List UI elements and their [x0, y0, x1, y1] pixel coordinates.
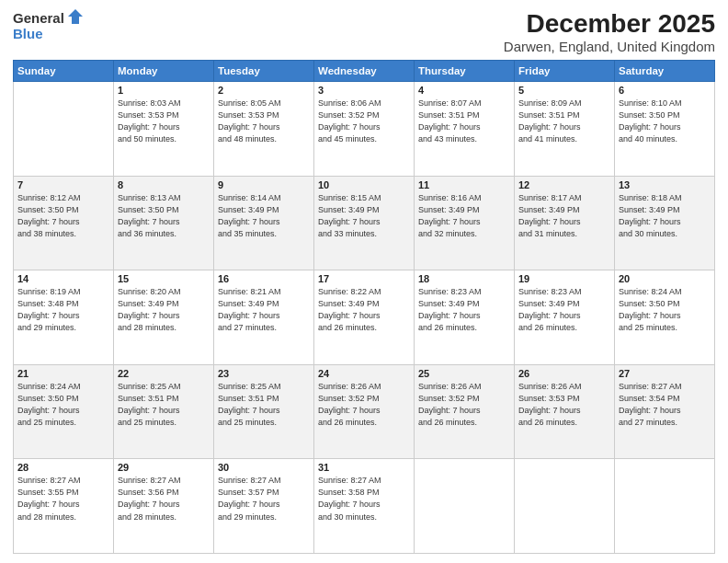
calendar-header-saturday: Saturday	[615, 61, 715, 82]
day-info: Sunrise: 8:06 AM Sunset: 3:52 PM Dayligh…	[318, 98, 410, 145]
calendar-cell: 8Sunrise: 8:13 AM Sunset: 3:50 PM Daylig…	[114, 176, 214, 270]
day-info: Sunrise: 8:20 AM Sunset: 3:49 PM Dayligh…	[118, 286, 210, 334]
day-number: 4	[418, 85, 510, 96]
day-info: Sunrise: 8:25 AM Sunset: 3:51 PM Dayligh…	[118, 381, 210, 429]
day-number: 11	[418, 179, 510, 190]
day-number: 13	[619, 179, 711, 190]
day-number: 27	[619, 368, 711, 379]
calendar-cell: 31Sunrise: 8:27 AM Sunset: 3:58 PM Dayli…	[314, 459, 415, 554]
calendar-cell: 7Sunrise: 8:12 AM Sunset: 3:50 PM Daylig…	[14, 176, 114, 270]
day-number: 24	[318, 368, 410, 379]
calendar-row-3: 21Sunrise: 8:24 AM Sunset: 3:50 PM Dayli…	[14, 364, 715, 459]
day-info: Sunrise: 8:24 AM Sunset: 3:50 PM Dayligh…	[17, 381, 109, 429]
calendar-cell: 30Sunrise: 8:27 AM Sunset: 3:57 PM Dayli…	[214, 459, 314, 554]
day-number: 23	[218, 368, 310, 379]
calendar-cell: 27Sunrise: 8:27 AM Sunset: 3:54 PM Dayli…	[615, 364, 715, 459]
day-number: 31	[318, 462, 410, 473]
day-info: Sunrise: 8:19 AM Sunset: 3:48 PM Dayligh…	[17, 286, 109, 334]
day-info: Sunrise: 8:10 AM Sunset: 3:50 PM Dayligh…	[619, 98, 711, 145]
calendar-cell: 26Sunrise: 8:26 AM Sunset: 3:53 PM Dayli…	[515, 364, 615, 459]
calendar-cell: 19Sunrise: 8:23 AM Sunset: 3:49 PM Dayli…	[515, 270, 615, 365]
calendar-cell	[615, 459, 715, 554]
day-number: 1	[118, 85, 210, 96]
day-number: 15	[118, 273, 210, 284]
calendar-cell: 11Sunrise: 8:16 AM Sunset: 3:49 PM Dayli…	[415, 176, 515, 270]
page: General Blue December 2025 Darwen, Engla…	[0, 0, 728, 563]
day-number: 3	[318, 85, 410, 96]
day-info: Sunrise: 8:12 AM Sunset: 3:50 PM Dayligh…	[17, 192, 109, 240]
calendar-cell: 15Sunrise: 8:20 AM Sunset: 3:49 PM Dayli…	[114, 270, 214, 365]
calendar-cell	[415, 459, 515, 554]
day-info: Sunrise: 8:25 AM Sunset: 3:51 PM Dayligh…	[218, 381, 310, 429]
calendar-cell: 18Sunrise: 8:23 AM Sunset: 3:49 PM Dayli…	[415, 270, 515, 365]
calendar-row-1: 7Sunrise: 8:12 AM Sunset: 3:50 PM Daylig…	[14, 176, 715, 270]
day-info: Sunrise: 8:24 AM Sunset: 3:50 PM Dayligh…	[619, 286, 711, 334]
day-number: 22	[118, 368, 210, 379]
day-info: Sunrise: 8:26 AM Sunset: 3:53 PM Dayligh…	[518, 381, 610, 429]
day-info: Sunrise: 8:16 AM Sunset: 3:49 PM Dayligh…	[418, 192, 510, 240]
calendar-cell: 1Sunrise: 8:03 AM Sunset: 3:53 PM Daylig…	[114, 82, 214, 177]
calendar-cell: 17Sunrise: 8:22 AM Sunset: 3:49 PM Dayli…	[314, 270, 415, 365]
logo-icon	[66, 7, 85, 26]
calendar-cell: 23Sunrise: 8:25 AM Sunset: 3:51 PM Dayli…	[214, 364, 314, 459]
day-info: Sunrise: 8:15 AM Sunset: 3:49 PM Dayligh…	[318, 192, 410, 240]
calendar-cell: 24Sunrise: 8:26 AM Sunset: 3:52 PM Dayli…	[314, 364, 415, 459]
calendar-cell: 16Sunrise: 8:21 AM Sunset: 3:49 PM Dayli…	[214, 270, 314, 365]
day-number: 17	[318, 273, 410, 284]
day-number: 30	[218, 462, 310, 473]
calendar-header-friday: Friday	[515, 61, 615, 82]
calendar-cell: 3Sunrise: 8:06 AM Sunset: 3:52 PM Daylig…	[314, 82, 415, 177]
day-info: Sunrise: 8:05 AM Sunset: 3:53 PM Dayligh…	[218, 98, 310, 145]
calendar-cell: 4Sunrise: 8:07 AM Sunset: 3:51 PM Daylig…	[415, 82, 515, 177]
day-info: Sunrise: 8:26 AM Sunset: 3:52 PM Dayligh…	[318, 381, 410, 429]
calendar-cell: 25Sunrise: 8:26 AM Sunset: 3:52 PM Dayli…	[415, 364, 515, 459]
calendar-cell: 28Sunrise: 8:27 AM Sunset: 3:55 PM Dayli…	[14, 459, 114, 554]
calendar-header-sunday: Sunday	[14, 61, 114, 82]
day-info: Sunrise: 8:09 AM Sunset: 3:51 PM Dayligh…	[518, 98, 610, 145]
day-info: Sunrise: 8:23 AM Sunset: 3:49 PM Dayligh…	[418, 286, 510, 334]
calendar-cell: 20Sunrise: 8:24 AM Sunset: 3:50 PM Dayli…	[615, 270, 715, 365]
calendar-row-2: 14Sunrise: 8:19 AM Sunset: 3:48 PM Dayli…	[14, 270, 715, 365]
logo-general-text: General	[13, 10, 64, 26]
svg-marker-0	[68, 9, 83, 24]
day-number: 12	[518, 179, 610, 190]
calendar-header-thursday: Thursday	[415, 61, 515, 82]
day-number: 18	[418, 273, 510, 284]
day-info: Sunrise: 8:17 AM Sunset: 3:49 PM Dayligh…	[518, 192, 610, 240]
day-number: 2	[218, 85, 310, 96]
day-number: 10	[318, 179, 410, 190]
day-number: 19	[518, 273, 610, 284]
calendar-cell: 12Sunrise: 8:17 AM Sunset: 3:49 PM Dayli…	[515, 176, 615, 270]
day-info: Sunrise: 8:22 AM Sunset: 3:49 PM Dayligh…	[318, 286, 410, 334]
day-info: Sunrise: 8:27 AM Sunset: 3:57 PM Dayligh…	[218, 475, 310, 523]
day-number: 7	[17, 179, 109, 190]
day-info: Sunrise: 8:27 AM Sunset: 3:55 PM Dayligh…	[17, 475, 109, 523]
day-number: 16	[218, 273, 310, 284]
day-number: 9	[218, 179, 310, 190]
day-number: 25	[418, 368, 510, 379]
calendar-cell: 2Sunrise: 8:05 AM Sunset: 3:53 PM Daylig…	[214, 82, 314, 177]
calendar-header-row: SundayMondayTuesdayWednesdayThursdayFrid…	[14, 61, 715, 82]
calendar-cell	[515, 459, 615, 554]
calendar-cell: 29Sunrise: 8:27 AM Sunset: 3:56 PM Dayli…	[114, 459, 214, 554]
calendar-header-tuesday: Tuesday	[214, 61, 314, 82]
day-info: Sunrise: 8:07 AM Sunset: 3:51 PM Dayligh…	[418, 98, 510, 145]
main-title: December 2025	[504, 9, 715, 39]
day-number: 5	[518, 85, 610, 96]
calendar-cell: 5Sunrise: 8:09 AM Sunset: 3:51 PM Daylig…	[515, 82, 615, 177]
day-number: 8	[118, 179, 210, 190]
day-info: Sunrise: 8:27 AM Sunset: 3:56 PM Dayligh…	[118, 475, 210, 523]
calendar-cell: 14Sunrise: 8:19 AM Sunset: 3:48 PM Dayli…	[14, 270, 114, 365]
day-info: Sunrise: 8:21 AM Sunset: 3:49 PM Dayligh…	[218, 286, 310, 334]
title-area: December 2025 Darwen, England, United Ki…	[504, 9, 715, 54]
day-info: Sunrise: 8:26 AM Sunset: 3:52 PM Dayligh…	[418, 381, 510, 429]
day-number: 21	[17, 368, 109, 379]
calendar-row-0: 1Sunrise: 8:03 AM Sunset: 3:53 PM Daylig…	[14, 82, 715, 177]
day-number: 28	[17, 462, 109, 473]
day-info: Sunrise: 8:27 AM Sunset: 3:58 PM Dayligh…	[318, 475, 410, 523]
day-number: 6	[619, 85, 711, 96]
calendar-header-wednesday: Wednesday	[314, 61, 415, 82]
calendar-cell: 6Sunrise: 8:10 AM Sunset: 3:50 PM Daylig…	[615, 82, 715, 177]
day-info: Sunrise: 8:27 AM Sunset: 3:54 PM Dayligh…	[619, 381, 711, 429]
day-number: 20	[619, 273, 711, 284]
